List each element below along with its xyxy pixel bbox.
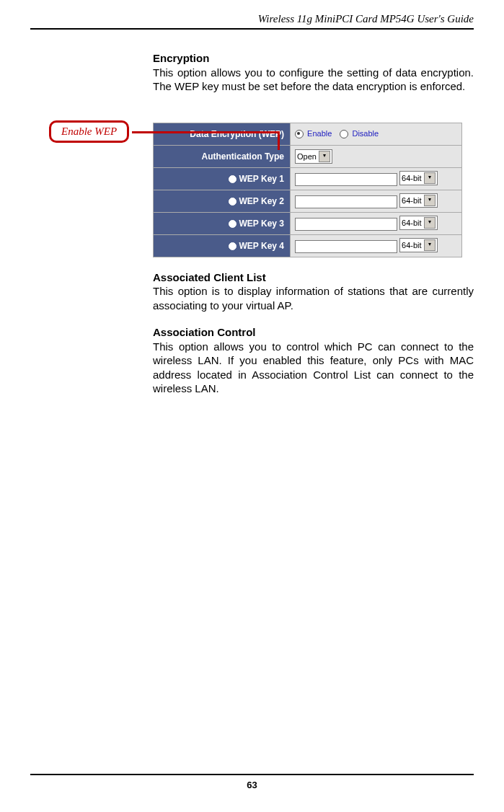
section-body-assoc-control: This option allows you to control which … [153,340,474,396]
page-container: Wireless 11g MiniPCI Card MP54G User's G… [0,0,504,812]
row-label-auth-type: Authentication Type [154,145,291,167]
section-heading-assoc-control: Association Control [153,325,474,340]
content-block-2: Associated Client List This option is to… [153,270,474,396]
page-number: 63 [0,780,504,790]
row-label-data-encryption: Data Encryption (WEP) [154,123,291,145]
radio-enable-label: Enable [307,129,332,138]
radio-enable[interactable] [295,130,304,138]
dropdown-caret-icon: ▾ [319,151,330,162]
callout-connector-v [278,131,280,150]
footer: 63 [0,774,504,790]
wep-key-4-input[interactable] [295,240,397,253]
wep-key-3-input[interactable] [295,218,397,231]
footer-rule [30,774,474,775]
wep-key-4-radio[interactable] [229,242,236,250]
section-body-client-list: This option is to display information of… [153,284,474,312]
wep-key-2-radio[interactable] [229,198,236,206]
wep-key-3-size-select[interactable]: 64-bit ▾ [399,216,438,230]
section-heading-client-list: Associated Client List [153,270,474,285]
wep-key-4-size-select[interactable]: 64-bit ▾ [399,238,438,252]
wep-key-1-radio[interactable] [229,175,236,183]
wep-key-1-input[interactable] [295,173,397,186]
auth-type-select[interactable]: Open ▾ [295,149,332,164]
wep-key-2-input[interactable] [295,195,397,208]
row-value-wep-key-1: 64-bit ▾ [291,167,462,190]
row-label-wep-key-3: WEP Key 3 [154,212,291,234]
row-label-wep-key-4: WEP Key 4 [154,234,291,257]
dropdown-caret-icon: ▾ [424,239,436,251]
row-label-wep-key-2: WEP Key 2 [154,190,291,212]
row-value-data-encryption: Enable Disable [291,123,462,145]
radio-disable[interactable] [340,130,348,138]
wep-key-2-size-select[interactable]: 64-bit ▾ [399,193,438,208]
dropdown-caret-icon: ▾ [424,217,436,229]
dropdown-caret-icon: ▾ [424,172,436,184]
callout-enable-wep: Enable WEP [49,120,129,143]
row-value-auth-type: Open ▾ [291,145,462,167]
callout-connector-h [132,131,280,133]
row-value-wep-key-2: 64-bit ▾ [291,190,462,212]
content-block-1: Encryption This option allows you to con… [153,51,474,94]
header-rule [30,28,474,30]
wep-key-1-size-select[interactable]: 64-bit ▾ [399,171,438,185]
row-label-wep-key-1: WEP Key 1 [154,167,291,190]
wep-config-table: Data Encryption (WEP) Enable Disable Aut… [153,123,462,257]
auth-type-value: Open [297,152,317,161]
section-heading-encryption: Encryption [153,51,474,66]
row-value-wep-key-4: 64-bit ▾ [291,234,462,257]
header-title: Wireless 11g MiniPCI Card MP54G User's G… [30,13,474,28]
row-value-wep-key-3: 64-bit ▾ [291,212,462,234]
wep-key-3-radio[interactable] [229,220,236,228]
radio-disable-label: Disable [352,129,379,138]
dropdown-caret-icon: ▾ [424,195,436,206]
section-body-encryption: This option allows you to configure the … [153,66,474,94]
